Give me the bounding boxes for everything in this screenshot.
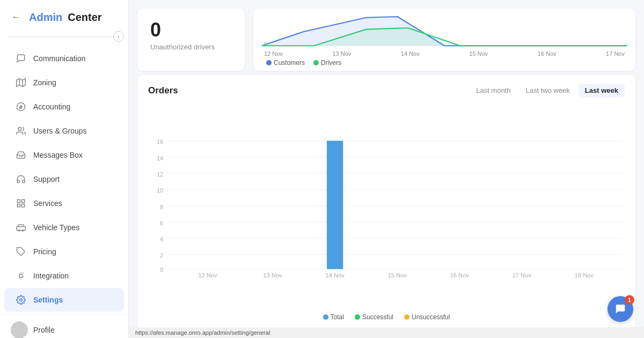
chat-fab-icon <box>614 303 626 315</box>
svg-text:18 Nov: 18 Nov <box>575 272 594 278</box>
sidebar-item-label: Messages Box <box>33 151 83 159</box>
sidebar-item-label: Integration <box>33 271 69 280</box>
sidebar-item-zoning[interactable]: Zoning <box>4 71 124 94</box>
top-section: 0 Unauthorized drivers 0 12 Nov 13 Nov 1 <box>129 0 644 75</box>
sidebar-item-label: Pricing <box>33 247 56 256</box>
svg-text:14: 14 <box>157 155 163 161</box>
line-chart-svg: 0 <box>262 13 627 50</box>
users-icon <box>15 125 27 137</box>
line-chart-legend: Customers Drivers <box>262 59 627 67</box>
dollar-icon <box>15 101 27 113</box>
sidebar-item-communication[interactable]: Communication <box>4 47 124 70</box>
svg-point-5 <box>18 127 21 130</box>
customers-dot <box>266 60 272 65</box>
status-url: https://afes.manage.onro.app/admin/setti… <box>135 329 270 336</box>
line-chart-x-labels: 12 Nov 13 Nov 14 Nov 15 Nov 16 Nov 17 No… <box>262 50 627 57</box>
sidebar-item-integration[interactable]: Integration <box>4 264 124 288</box>
svg-rect-7 <box>22 200 25 202</box>
svg-text:17 Nov: 17 Nov <box>513 272 532 278</box>
grid-icon <box>15 197 27 209</box>
sidebar-item-accounting[interactable]: Accounting <box>4 95 124 119</box>
sidebar-item-label: Support <box>33 175 60 183</box>
sidebar-item-label: Communication <box>33 54 85 63</box>
back-button[interactable]: ← <box>9 10 24 25</box>
legend-successful: Successful <box>355 313 393 321</box>
legend-drivers: Drivers <box>313 59 341 67</box>
sidebar-header: ← Admin Center <box>0 0 128 31</box>
svg-point-17 <box>20 299 23 302</box>
svg-text:15 Nov: 15 Nov <box>388 272 407 278</box>
sidebar-item-label: Zoning <box>33 78 56 87</box>
sidebar-item-label: Users & Groups <box>33 127 87 135</box>
sidebar-item-vehicle-types[interactable]: Vehicle Types <box>4 216 124 239</box>
svg-text:4: 4 <box>160 236 163 243</box>
sidebar-item-settings[interactable]: Settings <box>4 288 124 312</box>
svg-text:2: 2 <box>160 252 163 259</box>
svg-marker-0 <box>17 79 26 87</box>
plug-icon <box>15 270 27 282</box>
sidebar-item-label: Services <box>33 199 62 208</box>
tag-icon <box>15 246 27 258</box>
main-content: 0 Unauthorized drivers 0 12 Nov 13 Nov 1 <box>129 0 644 338</box>
successful-dot <box>355 314 360 320</box>
svg-text:0: 0 <box>160 267 163 273</box>
drivers-dot <box>313 60 319 65</box>
chat-badge: 1 <box>625 295 634 305</box>
sidebar-item-label: Settings <box>33 296 63 304</box>
filter-last-two-week[interactable]: Last two week <box>519 84 576 97</box>
svg-text:8: 8 <box>160 204 163 210</box>
svg-rect-8 <box>17 204 20 207</box>
unauthorized-label: Unauthorized drivers <box>150 43 215 51</box>
orders-title: Orders <box>148 85 178 96</box>
avatar <box>11 321 28 338</box>
svg-rect-9 <box>22 204 25 207</box>
svg-text:0: 0 <box>264 41 267 46</box>
svg-text:16: 16 <box>157 138 163 145</box>
collapse-button[interactable]: ‹ <box>113 31 124 42</box>
status-bar: https://afes.manage.onro.app/admin/setti… <box>129 327 644 338</box>
sidebar-nav: Communication Zoning Accounting Users & … <box>0 44 128 314</box>
bar-chart-legend: Total Successful Unsuccessful <box>148 313 625 321</box>
svg-rect-10 <box>17 227 26 231</box>
profile-section[interactable]: Profile <box>0 314 128 338</box>
profile-label: Profile <box>33 326 55 334</box>
sidebar-item-services[interactable]: Services <box>4 192 124 215</box>
time-filters: Last month Last two week Last week <box>470 84 625 97</box>
svg-text:12 Nov: 12 Nov <box>198 272 217 278</box>
unsuccessful-dot <box>404 314 409 320</box>
orders-header: Orders Last month Last two week Last wee… <box>148 84 625 97</box>
svg-text:12: 12 <box>157 171 163 178</box>
inbox-icon <box>15 149 27 161</box>
bar-chart: 16 14 12 10 8 6 4 2 0 <box>148 104 625 310</box>
bar-chart-svg: 16 14 12 10 8 6 4 2 0 <box>148 104 625 310</box>
svg-rect-6 <box>17 200 20 202</box>
legend-customers: Customers <box>266 59 305 67</box>
car-icon <box>15 222 27 233</box>
legend-total: Total <box>323 313 344 321</box>
total-dot <box>323 314 328 320</box>
sidebar: ← Admin Center ‹ Communication Zoning Ac… <box>0 0 129 338</box>
svg-text:10: 10 <box>157 187 163 194</box>
headset-icon <box>15 173 27 185</box>
sidebar-item-label: Vehicle Types <box>33 223 79 232</box>
line-chart-card: 0 12 Nov 13 Nov 14 Nov 15 Nov 16 Nov 17 … <box>253 9 635 71</box>
svg-point-16 <box>19 274 23 277</box>
legend-unsuccessful: Unsuccessful <box>404 313 450 321</box>
filter-last-month[interactable]: Last month <box>470 84 517 97</box>
svg-text:16 Nov: 16 Nov <box>450 272 470 278</box>
gear-icon <box>15 294 27 306</box>
svg-rect-42 <box>327 141 343 269</box>
sidebar-item-messages-box[interactable]: Messages Box <box>4 143 124 167</box>
svg-text:14 Nov: 14 Nov <box>326 272 345 278</box>
sidebar-item-pricing[interactable]: Pricing <box>4 240 124 263</box>
chat-fab-button[interactable]: 1 <box>608 296 633 322</box>
sidebar-item-support[interactable]: Support <box>4 167 124 191</box>
filter-last-week[interactable]: Last week <box>579 84 625 97</box>
unauthorized-card: 0 Unauthorized drivers <box>137 9 245 71</box>
sidebar-item-users-groups[interactable]: Users & Groups <box>4 119 124 143</box>
svg-text:6: 6 <box>160 220 163 226</box>
svg-text:13 Nov: 13 Nov <box>264 272 283 278</box>
map-icon <box>15 77 27 89</box>
chat-icon <box>15 53 27 64</box>
bar-chart-container: 16 14 12 10 8 6 4 2 0 <box>148 104 625 321</box>
